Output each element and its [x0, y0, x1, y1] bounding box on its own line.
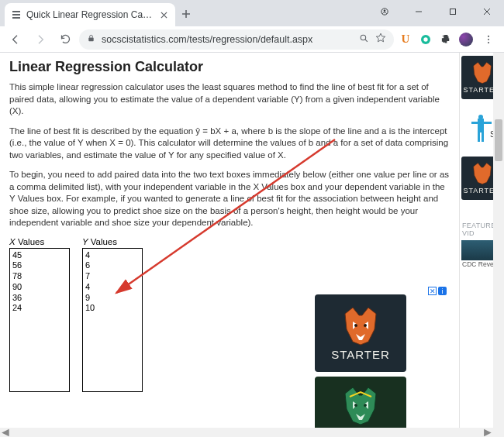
extension-green-icon[interactable] [417, 31, 434, 48]
svg-rect-2 [12, 17, 20, 19]
ad-creator[interactable]: CREATOR CONTENT [315, 377, 406, 428]
vertical-scrollbar[interactable] [493, 53, 504, 428]
menu-kebab-icon[interactable] [478, 29, 499, 50]
ad-starter-text: STARTER [331, 348, 390, 361]
window-controls [368, 0, 504, 23]
profile-avatar[interactable] [457, 31, 475, 48]
browser-titlebar: Quick Linear Regression Calculat [0, 0, 504, 26]
reload-button[interactable] [54, 29, 76, 50]
svg-rect-22 [478, 132, 480, 142]
y-values-label: Y Values [82, 237, 143, 246]
bottom-scroll-area: ◄ ► [0, 428, 504, 437]
svg-point-9 [423, 37, 427, 41]
url-text: socscistatistics.com/tests/regression/de… [102, 34, 353, 45]
bookmark-star-icon[interactable] [375, 33, 386, 46]
svg-point-15 [354, 404, 357, 407]
address-bar[interactable]: socscistatistics.com/tests/regression/de… [79, 29, 394, 50]
browser-tab[interactable]: Quick Linear Regression Calculat [5, 3, 175, 26]
svg-point-14 [364, 324, 367, 327]
ad-close-icon[interactable]: ✕ [428, 287, 437, 295]
page-viewport: Linear Regression Calculator This simple… [0, 53, 504, 428]
ad-badge[interactable]: ✕ i [428, 287, 447, 295]
lock-icon [87, 34, 95, 45]
svg-point-16 [364, 404, 367, 407]
intro-paragraph-1: This simple linear regression calculator… [9, 81, 450, 118]
page-content: Linear Regression Calculator This simple… [0, 53, 459, 428]
svg-point-7 [361, 35, 366, 40]
y-values-input[interactable] [82, 248, 143, 392]
svg-point-13 [354, 324, 357, 327]
x-values-input[interactable] [9, 248, 70, 392]
hscroll-right-arrow-icon[interactable]: ► [482, 428, 493, 437]
tiger-mascot-icon [337, 306, 384, 346]
svg-rect-0 [12, 11, 20, 12]
maximize-button[interactable] [436, 0, 470, 23]
extension-u-icon[interactable]: U [397, 31, 414, 48]
x-values-block: X Values [9, 237, 70, 392]
svg-rect-21 [484, 122, 492, 124]
back-button[interactable] [5, 29, 26, 50]
svg-rect-18 [478, 119, 484, 132]
svg-point-11 [488, 38, 489, 40]
intro-paragraph-2: The line of best fit is described by the… [9, 126, 450, 162]
svg-point-4 [384, 9, 386, 12]
svg-point-19 [478, 115, 483, 119]
svg-point-12 [488, 42, 489, 43]
close-window-button[interactable] [470, 0, 504, 23]
extensions-puzzle-icon[interactable] [437, 31, 454, 48]
green-tiger-mascot-icon [337, 386, 384, 426]
svg-rect-20 [471, 122, 478, 124]
search-in-page-icon[interactable] [359, 33, 369, 46]
page-heading: Linear Regression Calculator [9, 59, 450, 75]
forward-button[interactable] [29, 29, 51, 50]
hscroll-left-arrow-icon[interactable]: ◄ [0, 428, 11, 437]
minimize-button[interactable] [402, 0, 436, 23]
svg-rect-5 [450, 9, 456, 15]
tab-title: Quick Linear Regression Calculat [26, 9, 154, 20]
scroll-corner [493, 428, 504, 437]
tab-close-icon[interactable] [158, 9, 169, 20]
svg-point-10 [488, 35, 489, 36]
tab-favicon [11, 9, 22, 20]
svg-rect-1 [12, 14, 20, 15]
intro-paragraph-3: To begin, you need to add paired data in… [9, 169, 450, 229]
y-values-block: Y Values [82, 237, 143, 392]
browser-toolbar: socscistatistics.com/tests/regression/de… [0, 26, 504, 53]
account-icon[interactable] [368, 0, 402, 23]
ad-info-icon[interactable]: i [438, 287, 447, 295]
new-tab-button[interactable] [175, 3, 197, 25]
horizontal-scrollbar[interactable]: ◄ ► [0, 428, 493, 437]
x-values-label: X Values [9, 237, 70, 246]
ad-starter[interactable]: STARTER [315, 294, 406, 372]
svg-rect-6 [88, 37, 93, 41]
vertical-scrollbar-thumb[interactable] [495, 119, 502, 161]
svg-rect-23 [482, 132, 484, 142]
inline-ad-area: ✕ i STARTER [315, 294, 447, 428]
